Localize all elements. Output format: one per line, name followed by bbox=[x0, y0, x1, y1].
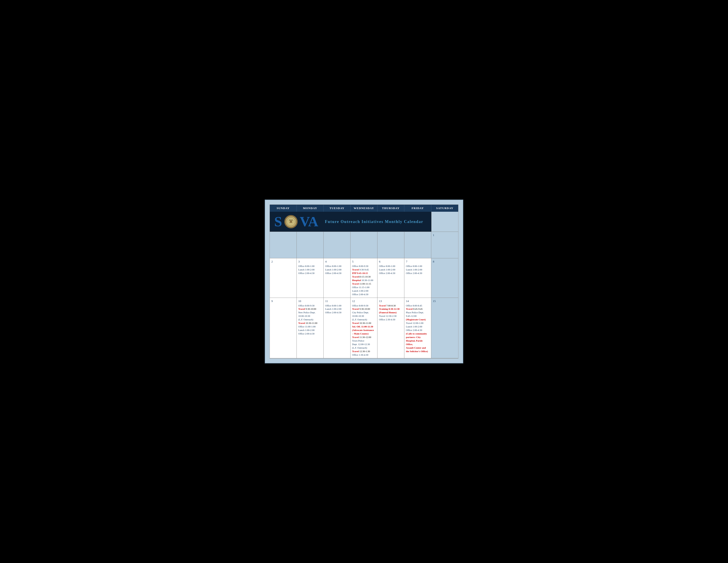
event-line: Lunch 1:00-2:00 bbox=[298, 329, 322, 332]
event-line: Travel 7:00-8:30 bbox=[379, 304, 403, 308]
event-line: Office 8:00-1:00 bbox=[325, 304, 349, 308]
event-line: Travel 12:30-1:30 bbox=[352, 350, 376, 353]
event-line: 10:00-10:30 bbox=[352, 315, 376, 318]
event-line: Travel 9:30-10:00 bbox=[352, 307, 376, 311]
day-number: 2 bbox=[271, 259, 295, 264]
day-number: 1 bbox=[433, 233, 457, 237]
day-number: 7 bbox=[406, 259, 430, 264]
cal-cell-3-3: 11Office 8:00-1:00Lunch 1:00-2:00Office … bbox=[324, 298, 351, 358]
cal-cell-1-7: 1 bbox=[431, 232, 458, 258]
cal-cell-1-1 bbox=[270, 232, 297, 258]
event-line: Office 2:00-4:30 bbox=[352, 293, 376, 296]
event-line: Office 2:00-4:30 bbox=[379, 271, 403, 275]
event-line: Travel 11:00-11:15 bbox=[352, 282, 376, 286]
event-line: City Police Dept. bbox=[352, 311, 376, 315]
day-number: 3 bbox=[298, 259, 322, 264]
event-line: Travel 9:30-10:00 bbox=[298, 307, 322, 311]
event-line: (Funeral Homes) bbox=[379, 311, 403, 315]
event-line: Office 2:00-4:30 bbox=[298, 332, 322, 336]
event-line: (Magistrate Court) bbox=[406, 318, 430, 322]
logo-s: S bbox=[274, 214, 282, 229]
event-line: Office 8:00-9:30 bbox=[298, 304, 322, 308]
day-number: 9 bbox=[271, 299, 295, 304]
day-number: 15 bbox=[433, 299, 457, 304]
logo-row: S SOVA SEAL VA Future Outreach Initiativ… bbox=[270, 212, 458, 231]
logo-spacer bbox=[431, 212, 458, 231]
event-line: Office 8:00-1:00 bbox=[406, 264, 430, 268]
event-line: PPP 9:45-10:15 bbox=[352, 271, 376, 275]
day-number: 8 bbox=[433, 259, 457, 264]
cal-cell-3-5: 13Travel 7:00-8:30Training 8:30-12:30(Fu… bbox=[377, 298, 404, 358]
cal-cell-1-2 bbox=[297, 232, 324, 258]
event-line: Lunch 1:00-2:00 bbox=[406, 325, 430, 329]
day-number: 13 bbox=[379, 299, 403, 304]
day-number: 12 bbox=[352, 299, 376, 304]
day-number: 6 bbox=[379, 259, 403, 264]
event-line: 9:45-12:00 bbox=[406, 315, 430, 318]
event-line: Office 2:00-4:30 bbox=[325, 271, 349, 275]
cal-cell-2-4: 5Office 8:00-9:30Travel 9:30-9:45PPP 9:4… bbox=[351, 258, 377, 298]
event-line: Travel 12:00-1:00 bbox=[406, 322, 430, 325]
cal-cell-2-1: 2 bbox=[270, 258, 297, 298]
day-number: 14 bbox=[406, 299, 430, 304]
calendar: SUNDAYMONDAYTUESDAYWEDNESDAYTHURSDAYFRID… bbox=[270, 204, 458, 358]
day-number: 10 bbox=[298, 299, 322, 304]
event-line: (Advocate Assistance bbox=[352, 329, 376, 332]
event-line: Office 1:30-4:30 bbox=[352, 353, 376, 357]
event-line: Lunch 1:00-2:00 bbox=[298, 268, 322, 271]
event-line: Office 8:00-1:00 bbox=[379, 264, 403, 268]
cal-cell-3-2: 10Office 8:00-9:30Travel 9:30-10:00New P… bbox=[297, 298, 324, 358]
event-line: (L.F. Outreach) bbox=[298, 318, 322, 322]
day-header-friday: FRIDAY bbox=[404, 205, 431, 212]
event-line: Lunch 1:00-2:00 bbox=[352, 289, 376, 293]
day-number: 11 bbox=[325, 299, 349, 304]
cal-cell-2-6: 7Office 8:00-1:00Lunch 1:00-2:00Office 2… bbox=[404, 258, 431, 298]
event-line: Sol. Off. 11:00-11:30 bbox=[352, 325, 376, 329]
cal-cell-2-5: 6Office 8:00-1:00Lunch 1:00-2:00Office 2… bbox=[377, 258, 404, 298]
event-line: 10:00-10:30 bbox=[298, 315, 322, 318]
cal-cell-1-3 bbox=[324, 232, 351, 258]
event-line: Lunch 1:00-2:00 bbox=[325, 307, 349, 311]
event-line: (L.F. Outreach) bbox=[352, 318, 376, 322]
event-line: Travel 12:30-2:30 bbox=[379, 315, 403, 318]
event-line: Travel 10:30-11:00 bbox=[352, 322, 376, 325]
day-header-row: SUNDAYMONDAYTUESDAYWEDNESDAYTHURSDAYFRID… bbox=[270, 205, 458, 212]
logo-emblem: SOVA SEAL bbox=[284, 215, 298, 228]
event-line: Office 8:00-9:30 bbox=[352, 304, 376, 308]
event-line: Hospital, Parole Office, bbox=[406, 339, 430, 346]
logo-va: VA bbox=[300, 214, 318, 229]
event-line: Dept. 12:00-12:30 bbox=[352, 343, 376, 346]
event-line: – Main County) bbox=[352, 332, 376, 336]
day-number: 4 bbox=[325, 259, 349, 264]
day-header-thursday: THURSDAY bbox=[377, 205, 404, 212]
event-line: Office 11:00-1:00 bbox=[298, 325, 322, 329]
event-line: Travel 11:30-12:00 bbox=[352, 336, 376, 339]
event-line: (Calls to community bbox=[406, 332, 430, 336]
event-line: Assault Center and bbox=[406, 346, 430, 350]
event-line: partners: City bbox=[406, 336, 430, 339]
cal-cell-1-4 bbox=[351, 232, 377, 258]
event-line: Office 8:00-9:30 bbox=[352, 264, 376, 268]
event-line: Town Police bbox=[352, 339, 376, 343]
event-line: New Police Dept. bbox=[298, 311, 322, 315]
event-line: Training 8:30-12:30 bbox=[379, 307, 403, 311]
day-number: 5 bbox=[352, 259, 376, 264]
event-line: Office 2:00-4:30 bbox=[406, 271, 430, 275]
event-line: Office 2:00-4:30 bbox=[406, 329, 430, 332]
cal-cell-2-7: 8 bbox=[431, 258, 458, 298]
event-line: Travel10:15-10:30 bbox=[352, 275, 376, 278]
day-header-monday: MONDAY bbox=[297, 205, 324, 212]
day-header-sunday: SUNDAY bbox=[270, 205, 297, 212]
event-line: Travel 8:45-9:45 bbox=[406, 307, 430, 311]
event-line: Hospital 10:30-11:00 bbox=[352, 278, 376, 282]
event-line: Travel 9:30-9:45 bbox=[352, 268, 376, 271]
cal-cell-2-2: 3Office 8:00-1:00Lunch 1:00-2:00Office 2… bbox=[297, 258, 324, 298]
logo-cell: S SOVA SEAL VA Future Outreach Initiativ… bbox=[270, 212, 431, 231]
event-line: Travel 10:30-11:00 bbox=[298, 322, 322, 325]
calendar-grid: 123Office 8:00-1:00Lunch 1:00-2:00Office… bbox=[270, 231, 458, 358]
cal-cell-1-6 bbox=[404, 232, 431, 258]
event-line: Office 8:00-8:45 bbox=[406, 304, 430, 308]
cal-cell-3-6: 14Office 8:00-8:45Travel 8:45-9:45Place … bbox=[404, 298, 431, 358]
event-line: Lunch 1:00-2:00 bbox=[406, 268, 430, 271]
cal-cell-3-4: 12Office 8:00-9:30Travel 9:30-10:00City … bbox=[351, 298, 377, 358]
